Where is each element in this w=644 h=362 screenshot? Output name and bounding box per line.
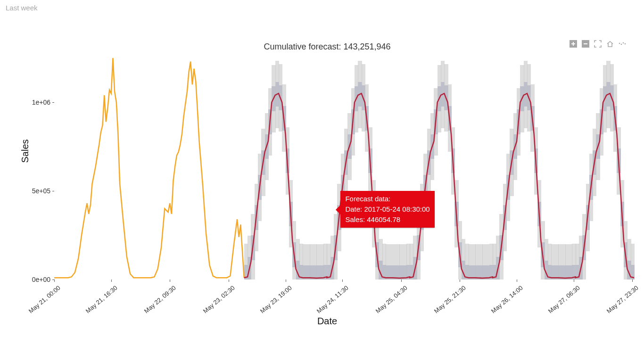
more-button[interactable]	[619, 40, 626, 48]
forecast-line	[244, 93, 634, 278]
tooltip-sales: Sales: 446054.78	[345, 214, 429, 225]
tooltip: Forecast data: Date: 2017-05-24 08:30:00…	[340, 191, 434, 227]
svg-point-1	[621, 44, 622, 45]
y-axis-label: Sales	[19, 31, 31, 271]
svg-point-3	[625, 43, 626, 45]
fullscreen-button[interactable]	[594, 40, 602, 48]
historical-line	[54, 58, 244, 278]
y-tick: 0e+00	[32, 276, 54, 283]
svg-point-2	[623, 42, 624, 44]
chart-lines	[54, 58, 634, 280]
plot-area[interactable]: Forecast data: Date: 2017-05-24 08:30:00…	[54, 58, 634, 280]
chart-title: Cumulative forecast: 143,251,946	[19, 42, 636, 52]
y-tick: 1e+06	[32, 99, 54, 106]
chart-container: Cumulative forecast: 143,251,946 Sales F…	[19, 31, 636, 332]
home-button[interactable]	[606, 40, 614, 48]
x-tick: May 27, 23:30	[635, 259, 644, 289]
svg-point-0	[619, 43, 620, 44]
chart-toolbar	[570, 40, 626, 48]
range-label: Last week	[0, 0, 644, 12]
zoom-out-button[interactable]	[582, 40, 589, 48]
tooltip-date: Date: 2017-05-24 08:30:00	[345, 204, 429, 214]
zoom-in-button[interactable]	[570, 40, 577, 48]
tooltip-header: Forecast data:	[345, 194, 429, 204]
y-tick: 5e+05	[32, 187, 54, 195]
x-axis-label: Date	[19, 316, 636, 327]
